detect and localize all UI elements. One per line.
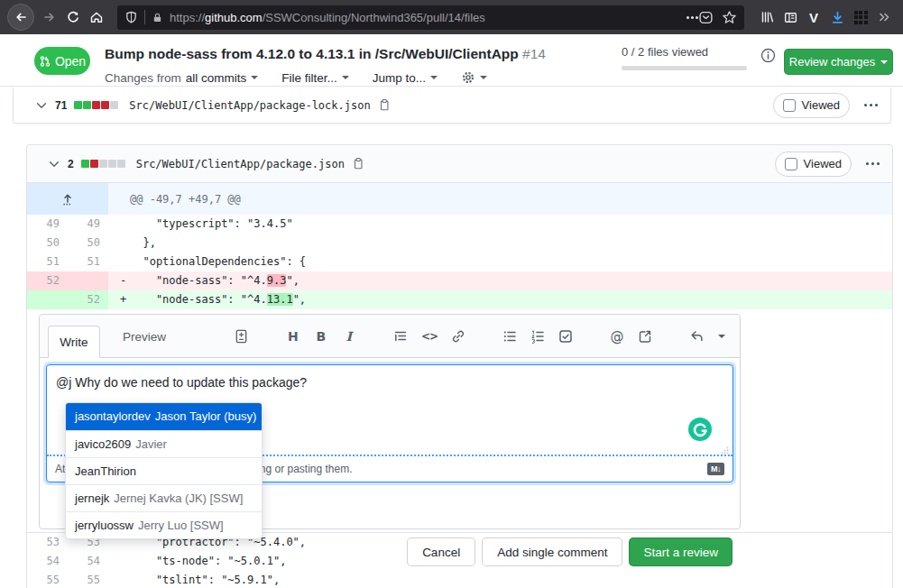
tab-write[interactable]: Write bbox=[48, 326, 100, 358]
kebab-menu-icon[interactable] bbox=[866, 162, 869, 165]
overflow-chevrons-icon bbox=[877, 10, 891, 24]
reply-icon[interactable] bbox=[689, 328, 705, 345]
library-button[interactable] bbox=[755, 5, 779, 29]
viewed-toggle[interactable]: Viewed bbox=[773, 93, 850, 118]
checkbox-icon[interactable] bbox=[783, 99, 796, 112]
mention-dropdown: jasontaylordevJason Taylor (busy)javico2… bbox=[65, 402, 263, 539]
url-text: https://github.com/SSWConsulting/Northwi… bbox=[170, 11, 686, 24]
mention-item[interactable]: jasontaylordevJason Taylor (busy) bbox=[66, 403, 262, 430]
reload-button[interactable] bbox=[61, 5, 85, 29]
file-path-link[interactable]: Src/WebUI/ClientApp/package-lock.json bbox=[129, 99, 370, 112]
mention-item[interactable]: JeanThirion bbox=[66, 457, 262, 484]
mention-icon[interactable]: @ bbox=[610, 328, 624, 345]
quote-icon[interactable] bbox=[393, 328, 408, 345]
chevron-down-icon[interactable] bbox=[48, 158, 60, 170]
url-bar[interactable]: https://github.com/SSWConsulting/Northwi… bbox=[117, 5, 744, 30]
mention-username: javico2609 bbox=[75, 437, 131, 451]
kebab-menu-icon[interactable] bbox=[864, 104, 867, 106]
sidebar-toggle-button[interactable] bbox=[779, 5, 802, 29]
toolbar-overflow-button[interactable] bbox=[872, 5, 896, 29]
mention-fullname: Jerry Luo [SSW] bbox=[138, 519, 224, 532]
page-actions-icon[interactable] bbox=[686, 16, 689, 19]
code-line[interactable]: }, bbox=[108, 234, 892, 253]
code-line[interactable]: - "node-sass": "^4.9.3", bbox=[108, 271, 892, 290]
chevron-down-icon[interactable] bbox=[718, 335, 725, 338]
mention-item[interactable]: jernejkJernej Kavka (JK) [SSW] bbox=[66, 484, 262, 511]
pocket-icon[interactable] bbox=[698, 10, 714, 25]
old-line-number[interactable]: 52 bbox=[27, 271, 68, 290]
info-icon bbox=[760, 48, 776, 63]
code-line[interactable]: "optionalDependencies": { bbox=[108, 253, 892, 271]
back-button[interactable] bbox=[7, 4, 34, 31]
resize-grip-icon[interactable] bbox=[721, 446, 729, 455]
task-list-icon[interactable] bbox=[558, 328, 573, 345]
file-path-link[interactable]: Src/WebUI/ClientApp/package.json bbox=[136, 158, 345, 170]
tab-preview[interactable]: Preview bbox=[110, 315, 179, 358]
old-line-number[interactable]: 54 bbox=[27, 552, 68, 571]
changes-from-dropdown[interactable]: Changes fromall commits bbox=[105, 71, 258, 85]
library-icon bbox=[760, 10, 774, 24]
old-line-number[interactable] bbox=[27, 290, 68, 309]
code-line[interactable]: + "node-sass": "^4.13.1", bbox=[108, 290, 892, 309]
diffstat-block-deleted bbox=[90, 160, 98, 168]
forward-button[interactable] bbox=[38, 5, 61, 29]
pr-state-badge: Open bbox=[34, 47, 90, 75]
download-icon bbox=[830, 10, 845, 25]
new-line-number[interactable]: 55 bbox=[68, 571, 108, 588]
ordered-list-icon[interactable] bbox=[530, 328, 545, 345]
copy-path-icon[interactable] bbox=[352, 157, 364, 170]
files-viewed-label: 0 / 2 files viewed bbox=[622, 45, 766, 59]
code-line[interactable]: "ts-node": "~5.0.1", bbox=[108, 552, 892, 571]
mention-item[interactable]: jerryluosswJerry Luo [SSW] bbox=[66, 511, 262, 538]
heading-icon[interactable]: H bbox=[286, 328, 300, 345]
pr-title: Bump node-sass from 4.12.0 to 4.13.1 in … bbox=[105, 46, 546, 62]
new-line-number[interactable] bbox=[68, 271, 108, 290]
download-button[interactable] bbox=[825, 5, 849, 29]
bold-icon[interactable]: B bbox=[314, 328, 328, 345]
markdown-toolbar: H B I <> @ bbox=[235, 315, 725, 358]
extensions-grid-button[interactable] bbox=[849, 5, 872, 29]
home-button[interactable] bbox=[85, 5, 108, 29]
review-changes-button[interactable]: Review changes bbox=[784, 49, 893, 75]
v-extension-button[interactable]: V bbox=[802, 5, 825, 29]
viewed-toggle[interactable]: Viewed bbox=[775, 152, 852, 177]
bookmark-star-icon[interactable] bbox=[722, 10, 737, 25]
new-line-number[interactable]: 52 bbox=[68, 290, 108, 309]
copy-path-icon[interactable] bbox=[378, 98, 391, 112]
cross-reference-icon[interactable] bbox=[638, 328, 652, 345]
old-line-number[interactable]: 49 bbox=[27, 215, 68, 234]
files-viewed-info[interactable] bbox=[760, 48, 776, 63]
old-line-number[interactable]: 53 bbox=[27, 533, 68, 552]
diff-line-deleted: 52 - "node-sass": "^4.9.3", bbox=[27, 271, 892, 290]
diffstat-block-deleted bbox=[101, 101, 109, 109]
chevron-down-icon[interactable] bbox=[35, 99, 48, 112]
new-line-number[interactable]: 54 bbox=[68, 552, 108, 571]
back-icon bbox=[14, 10, 28, 24]
checkbox-icon[interactable] bbox=[785, 158, 797, 170]
code-icon[interactable]: <> bbox=[421, 328, 438, 345]
diff-settings-dropdown[interactable] bbox=[461, 70, 487, 85]
expand-hunk-button[interactable] bbox=[27, 183, 108, 215]
old-line-number[interactable]: 51 bbox=[27, 253, 68, 271]
file-header-right: Viewed bbox=[773, 93, 878, 118]
new-line-number[interactable]: 51 bbox=[68, 253, 108, 271]
file-filter-dropdown[interactable]: File filter... bbox=[281, 71, 349, 85]
files-viewed-progress: 0 / 2 files viewed bbox=[622, 45, 766, 70]
code-line[interactable]: "typescript": "3.4.5" bbox=[108, 215, 892, 234]
unordered-list-icon[interactable] bbox=[502, 328, 517, 345]
grammarly-icon[interactable] bbox=[688, 418, 712, 441]
markdown-supported-icon[interactable]: M↓ bbox=[707, 463, 724, 475]
mention-item[interactable]: javico2609Javier bbox=[66, 430, 262, 457]
jump-to-dropdown[interactable]: Jump to... bbox=[373, 71, 438, 85]
new-line-number[interactable]: 50 bbox=[68, 234, 108, 253]
mention-username: jasontaylordev bbox=[75, 409, 151, 423]
code-line[interactable]: "tslint": "~5.9.1", bbox=[108, 571, 892, 588]
diffstat-block-neutral bbox=[108, 160, 116, 168]
diff-line-added: 52 + "node-sass": "^4.13.1", bbox=[27, 290, 892, 309]
link-icon[interactable] bbox=[451, 328, 465, 345]
old-line-number[interactable]: 50 bbox=[27, 234, 68, 253]
new-line-number[interactable]: 49 bbox=[68, 215, 108, 234]
file-diff-icon[interactable] bbox=[235, 328, 249, 345]
italic-icon[interactable]: I bbox=[342, 328, 356, 345]
old-line-number[interactable]: 55 bbox=[27, 571, 68, 588]
